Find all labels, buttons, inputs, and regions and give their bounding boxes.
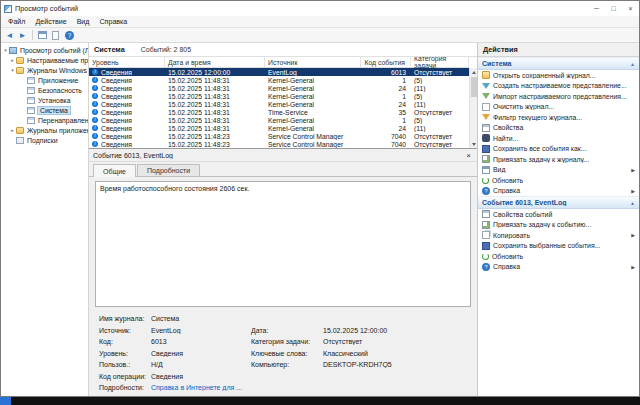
field-value: Сведения <box>151 373 251 380</box>
action-item[interactable]: Копировать▶ <box>478 230 639 241</box>
menu-item-3[interactable]: Вид <box>72 18 95 26</box>
tree-item[interactable]: Приложение <box>1 75 88 85</box>
event-level-label: Сведения <box>101 85 132 92</box>
log-title: Система <box>94 45 125 54</box>
event-row[interactable]: iСведения15.02.2025 11:48:31Kernel-Gener… <box>89 124 469 132</box>
tree-caret-icon[interactable]: ▾ <box>2 47 9 53</box>
menu-item-1[interactable]: Файл <box>3 18 30 26</box>
field-label: Пользов.: <box>99 361 151 368</box>
action-item[interactable]: Фильтр текущего журнала... <box>478 112 639 123</box>
info-icon: i <box>92 133 98 139</box>
tree-item-label: Журналы Windows <box>27 67 87 74</box>
action-section-title: Событие 6013, EventLog <box>482 199 630 206</box>
tree-item[interactable]: Перенаправленные соб... <box>1 115 88 125</box>
info-icon: i <box>92 117 98 123</box>
event-row[interactable]: iСведения15.02.2025 11:48:31Kernel-Gener… <box>89 100 469 108</box>
info-icon: i <box>92 85 98 91</box>
event-row[interactable]: iСведения15.02.2025 12:00:00EventLog6013… <box>89 68 469 76</box>
action-item[interactable]: Найти... <box>478 133 639 144</box>
forward-icon[interactable]: ► <box>16 29 29 42</box>
detail-close-icon[interactable]: × <box>464 151 473 160</box>
event-datetime-cell: 15.02.2025 11:48:31 <box>165 100 265 108</box>
tree-item[interactable]: ▾Журналы Windows <box>1 65 88 75</box>
event-row[interactable]: iСведения15.02.2025 11:48:31Kernel-Gener… <box>89 84 469 92</box>
action-item[interactable]: Привязать задачу к журналу... <box>478 154 639 165</box>
detail-tab-1[interactable]: Общие <box>93 164 136 177</box>
field-label: Компьютер: <box>251 361 323 368</box>
event-level-label: Сведения <box>101 117 132 124</box>
event-row[interactable]: iСведения15.02.2025 11:48:23Service Cont… <box>89 132 469 140</box>
menu-item-4[interactable]: Справка <box>94 18 132 26</box>
collapse-chevron-icon[interactable]: ▲ <box>630 61 635 67</box>
scroll-up-icon[interactable] <box>470 68 478 76</box>
action-section-header[interactable]: Событие 6013, EventLog▲ <box>478 196 639 209</box>
event-row[interactable]: iСведения15.02.2025 11:48:31Kernel-Gener… <box>89 116 469 124</box>
tree-caret-icon[interactable]: ▾ <box>9 67 16 73</box>
action-item[interactable]: Сохранить выбранные события... <box>478 241 639 252</box>
event-source-cell: Kernel-General <box>265 76 361 84</box>
action-item[interactable]: Вид▶ <box>478 165 639 176</box>
tree-item[interactable]: Система <box>1 105 88 115</box>
help-icon[interactable]: ? <box>65 31 74 40</box>
menu-item-2[interactable]: Действие <box>30 18 71 26</box>
detail-tab-2[interactable]: Подробности <box>137 164 200 176</box>
minimize-icon[interactable]: ─ <box>588 1 605 16</box>
column-header[interactable]: Уровень <box>89 57 165 67</box>
tree-caret-icon[interactable]: ▸ <box>9 127 16 133</box>
event-code-cell: 24 <box>361 124 411 132</box>
event-category-cell: (5) <box>411 92 469 100</box>
column-header[interactable]: Источник <box>265 57 361 67</box>
tree-item[interactable]: ▾Просмотр событий (Локальн <box>1 45 88 55</box>
column-header[interactable]: Код события <box>361 57 411 67</box>
action-section-header[interactable]: Система▲ <box>478 57 639 70</box>
action-item[interactable]: Свойства событий <box>478 209 639 220</box>
action-item[interactable]: Обновить <box>478 175 639 186</box>
folder-icon <box>16 57 24 64</box>
tree-item[interactable]: ▸Журналы приложений и сл... <box>1 125 88 135</box>
column-header[interactable]: Категория задачи <box>411 57 469 67</box>
collapse-chevron-icon[interactable]: ▲ <box>630 200 635 206</box>
event-row[interactable]: iСведения15.02.2025 11:48:31Kernel-Gener… <box>89 76 469 84</box>
grid-header: УровеньДата и времяИсточникКод событияКа… <box>89 57 469 68</box>
action-item[interactable]: Очистить журнал... <box>478 102 639 113</box>
back-icon[interactable]: ◄ <box>3 29 16 42</box>
column-header[interactable]: Дата и время <box>165 57 265 67</box>
grid-scrollbar[interactable] <box>469 68 477 148</box>
show-console-tree-icon[interactable] <box>36 29 49 42</box>
action-item[interactable]: ?Справка▶ <box>478 262 639 273</box>
event-datetime-cell: 15.02.2025 11:48:23 <box>165 140 265 148</box>
action-section-title: Система <box>482 60 630 67</box>
tree-item[interactable]: Безопасность <box>1 85 88 95</box>
action-item[interactable]: Создать настраиваемое представление... <box>478 81 639 92</box>
action-item[interactable]: Сохранить все события как... <box>478 144 639 155</box>
field-label: Уровень: <box>99 350 151 357</box>
event-row[interactable]: iСведения15.02.2025 11:48:23Service Cont… <box>89 140 469 148</box>
event-level-cell: iСведения <box>89 68 165 76</box>
detail-field-row: Имя журнала:Система <box>99 313 471 325</box>
scroll-down-icon[interactable] <box>470 140 478 148</box>
action-item[interactable]: Свойства <box>478 123 639 134</box>
event-source-cell: Time-Service <box>265 108 361 116</box>
taskbar <box>0 397 640 405</box>
action-item[interactable]: ?Справка▶ <box>478 186 639 197</box>
action-item[interactable]: Открыть сохраненный журнал... <box>478 70 639 81</box>
start-button[interactable] <box>0 397 11 405</box>
scroll-thumb[interactable] <box>471 77 477 97</box>
action-item[interactable]: Привязать задачу к событию... <box>478 220 639 231</box>
tree-item[interactable]: ▸Настраиваемые представл... <box>1 55 88 65</box>
tree-item[interactable]: Подписки <box>1 135 88 145</box>
action-item[interactable]: Обновить <box>478 251 639 262</box>
maximize-icon[interactable]: □ <box>605 1 622 16</box>
event-row[interactable]: iСведения15.02.2025 11:48:31Kernel-Gener… <box>89 92 469 100</box>
tree-item[interactable]: Установка <box>1 95 88 105</box>
properties-icon <box>482 124 490 132</box>
close-icon[interactable]: × <box>622 1 639 16</box>
action-item[interactable]: Импорт настраиваемого представления... <box>478 91 639 102</box>
folder-icon <box>16 67 24 74</box>
tree-caret-icon[interactable]: ▸ <box>9 57 16 63</box>
action-item-label: Привязать задачу к журналу... <box>493 156 635 163</box>
properties-toolbar-icon[interactable] <box>49 29 62 42</box>
online-help-link[interactable]: Справка в Интернете для ... <box>151 384 251 391</box>
event-row[interactable]: iСведения15.02.2025 11:48:31Time-Service… <box>89 108 469 116</box>
event-category-cell: (11) <box>411 124 469 132</box>
